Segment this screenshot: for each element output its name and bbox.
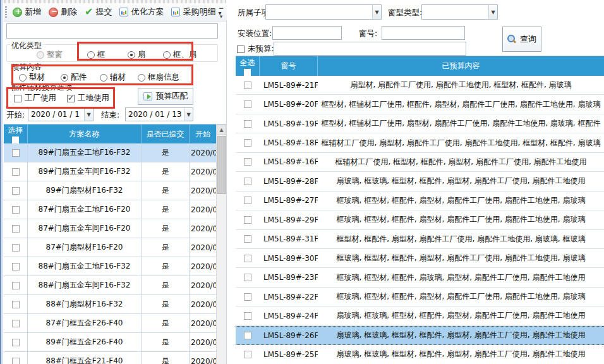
plan-table-row[interactable]: 87#门扇型材F16-F20是2020/0	[4, 238, 226, 257]
sub-item-select[interactable]	[265, 4, 382, 20]
row-checkbox[interactable]	[244, 274, 251, 281]
plan-table-row[interactable]: 88#门框五金F21-F40是2020/0	[4, 352, 226, 364]
select-all-checkbox[interactable]	[12, 136, 19, 143]
toolbar-grip[interactable]	[5, 6, 7, 18]
row-checkbox[interactable]	[12, 301, 20, 308]
window-table-row[interactable]: LM5L-89#-25F23扇玻璃, 框玻璃, 框型材, 框配件, 扇型材, 扇…	[236, 345, 604, 364]
submitted-cell: 是	[142, 295, 190, 313]
window-table-row[interactable]: LM5L-89#-19F17框型材, 框辅材工厂使用, 扇型材, 扇配件工厂使用…	[236, 114, 604, 133]
row-checkbox[interactable]	[244, 197, 251, 204]
dropdown-arrow-icon[interactable]	[488, 5, 497, 19]
factory-use-checkbox[interactable]: 工厂使用	[14, 93, 56, 104]
start-date-picker[interactable]: 2020 / 01 / 1	[28, 107, 94, 121]
dropdown-arrow-icon[interactable]	[184, 108, 193, 121]
row-checkbox[interactable]	[12, 244, 20, 252]
radio-frame[interactable]: 框	[87, 49, 106, 60]
budgeted-content-cell: 框玻璃, 框型材, 框配件, 扇型材, 扇配件工厂使用, 扇配件工地使用, 扇玻…	[318, 288, 604, 306]
window-type-select[interactable]	[421, 4, 498, 20]
row-checkbox[interactable]	[244, 120, 251, 128]
radio-sash[interactable]: 扇	[128, 49, 146, 60]
window-no-column-header[interactable]: 窗号	[260, 56, 318, 76]
vertical-splitter[interactable]	[0, 0, 3, 364]
select-all-checkbox[interactable]	[244, 69, 251, 76]
window-table-row[interactable]: LM5L-89#-23F21框玻璃, 框型材, 框配件, 扇玻璃, 扇型材, 扇…	[236, 268, 604, 287]
plan-table-row[interactable]: 89#门扇五金车间F16-F32是2020/0	[4, 162, 226, 181]
end-date-picker[interactable]: 2020 / 01 / 13	[125, 107, 193, 121]
dropdown-arrow-icon[interactable]	[372, 5, 381, 19]
window-no-cell: LM5L-89#-30F28	[260, 249, 318, 267]
row-checkbox[interactable]	[12, 225, 20, 233]
plan-table-scrollbar[interactable]	[216, 124, 226, 364]
row-checkbox[interactable]	[244, 216, 251, 224]
row-checkbox[interactable]	[244, 235, 251, 243]
plan-table-row[interactable]: 88#门扇五金工地F16-F32是2020/0	[4, 257, 226, 276]
plan-table-row[interactable]: 87#门扇五金工地F16-F20是2020/0	[4, 200, 226, 219]
row-checkbox[interactable]	[12, 282, 20, 289]
query-button[interactable]: 查询	[502, 27, 541, 52]
plan-search-input[interactable]	[6, 23, 218, 39]
submitted-column-header[interactable]: 是否已提交	[142, 124, 190, 143]
row-checkbox[interactable]	[12, 168, 20, 176]
window-table-row[interactable]: LM5L-89#-16F15框辅材工厂使用, 框型材, 框配件, 扇型材, 扇配…	[236, 153, 604, 172]
window-table-row[interactable]: LM5L-89#-29F27框玻璃, 框型材, 框配件, 扇型材, 扇配件工厂使…	[236, 210, 604, 229]
dropdown-arrow-icon[interactable]	[84, 108, 93, 121]
window-table-row[interactable]: LM5L-89#-22F20框玻璃, 框型材, 框配件, 扇型材, 扇配件工厂使…	[236, 288, 604, 306]
window-table-row[interactable]: LM5L-89#-21F19扇型材, 扇配件工厂使用, 扇配件工地使用, 框型材…	[236, 76, 604, 95]
window-table-row[interactable]: LM5L-89#-27F25框玻璃, 框型材, 框配件, 扇型材, 扇配件工厂使…	[236, 191, 604, 210]
delete-button[interactable]: 删除	[45, 4, 81, 20]
plan-table-row[interactable]: 88#门扇型材F16-F32是2020/0	[4, 295, 226, 314]
optimize-plan-button[interactable]: 优化方案	[116, 4, 167, 20]
row-checkbox[interactable]	[244, 100, 251, 108]
row-checkbox[interactable]	[244, 139, 251, 147]
row-checkbox[interactable]	[12, 206, 20, 214]
window-table-row[interactable]: LM5L-89#-28F26扇玻璃, 框玻璃, 框型材, 框配件, 扇型材, 扇…	[236, 172, 604, 191]
radio-frame-sash[interactable]: 框、扇	[163, 49, 197, 60]
add-button[interactable]: 新增	[9, 4, 45, 20]
row-checkbox[interactable]	[244, 158, 251, 166]
scrollbar-thumb[interactable]	[217, 136, 226, 194]
plan-table-row[interactable]: 88#门扇五金车间F16-F32是2020/0	[4, 276, 226, 295]
row-checkbox[interactable]	[244, 255, 251, 262]
no-budget-input[interactable]	[274, 42, 466, 56]
row-checkbox[interactable]	[244, 332, 251, 339]
radio-whole-window[interactable]: 整窗	[37, 49, 63, 60]
window-table-row[interactable]: LM5L-89#-18F16框辅材工厂使用, 扇型材, 扇配件工厂使用, 扇配件…	[236, 133, 604, 152]
plan-table-row[interactable]: 89#门扇五金工地F16-F32是2020/0	[4, 143, 226, 162]
row-checkbox[interactable]	[244, 312, 251, 320]
plan-name-column-header[interactable]: 方案名称	[28, 124, 142, 143]
plan-table-row[interactable]: 87#门框五金F26-F40是2020/0	[4, 314, 226, 333]
row-checkbox[interactable]	[12, 339, 20, 346]
window-table-row[interactable]: LM5L-89#-20F18框型材, 框辅材工厂使用, 框配件, 扇型材, 扇配…	[236, 95, 604, 114]
window-no-input[interactable]	[382, 26, 465, 40]
site-use-checkbox[interactable]: 工地使用	[67, 93, 109, 104]
delete-icon	[49, 8, 58, 17]
row-checkbox[interactable]	[12, 263, 20, 270]
radio-profile[interactable]: 型材	[19, 72, 45, 83]
row-checkbox[interactable]	[12, 320, 20, 327]
row-checkbox[interactable]	[244, 178, 251, 185]
install-position-input[interactable]	[272, 26, 342, 40]
window-table-row[interactable]: LM5L-89#-24F22扇玻璃, 框玻璃, 框型材, 框配件, 扇型材, 扇…	[236, 306, 604, 325]
start-column-header[interactable]: 开始	[190, 124, 216, 143]
row-checkbox[interactable]	[12, 149, 20, 157]
no-budget-checkbox[interactable]: 未预算:	[237, 44, 274, 54]
toolbar-overflow-button[interactable]	[217, 7, 226, 18]
scroll-up-arrow[interactable]	[217, 124, 226, 135]
submit-button[interactable]: 提交	[81, 4, 116, 20]
window-table-row[interactable]: LM5L-89#-31F29框型材, 框配件, 扇型材, 扇配件工厂使用, 扇配…	[236, 230, 604, 249]
radio-auxiliary[interactable]: 辅材	[100, 72, 126, 83]
plan-table-row[interactable]: 87#门扇五金车间F16-F20是2020/0	[4, 219, 226, 238]
window-table-row[interactable]: LM5L-89#-26F24扇玻璃, 框玻璃, 框型材, 框配件, 扇型材, 扇…	[236, 326, 604, 345]
radio-frame-sash-info[interactable]: 框扇信息	[138, 72, 179, 83]
plan-table-row[interactable]: 89#门扇型材F16-F32是2020/0	[4, 181, 226, 200]
window-table-row[interactable]: LM5L-89#-30F28框玻璃, 框型材, 框配件, 扇型材, 扇配件工厂使…	[236, 249, 604, 268]
row-checkbox[interactable]	[12, 187, 20, 195]
row-checkbox[interactable]	[244, 351, 251, 358]
row-checkbox[interactable]	[12, 358, 20, 364]
radio-accessory[interactable]: 配件	[61, 72, 87, 83]
plan-table-row[interactable]: 89#门框五金F26-F40是2020/0	[4, 333, 226, 352]
row-checkbox[interactable]	[244, 82, 251, 89]
budget-match-button[interactable]: 预算匹配	[138, 88, 193, 105]
budgeted-content-column-header[interactable]: 已预算内容	[318, 56, 604, 76]
row-checkbox[interactable]	[244, 293, 251, 301]
